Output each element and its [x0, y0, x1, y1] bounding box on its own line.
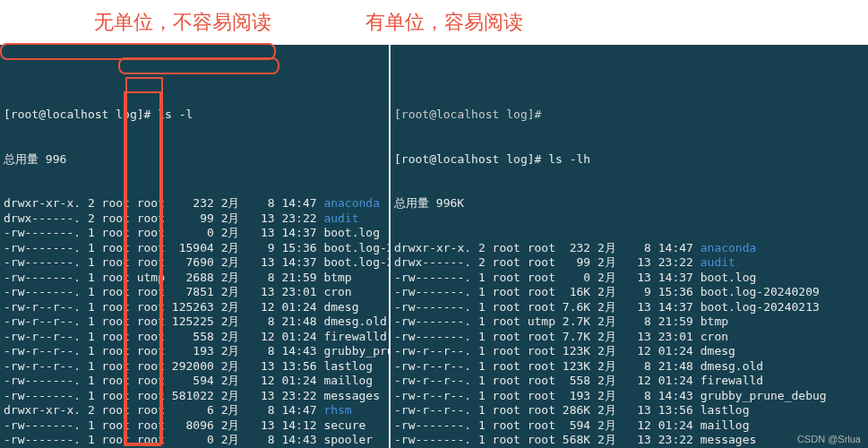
file-row: -rw-------. 1 root root 594 2月 12 01:24 … [4, 374, 389, 389]
file-row: -rw-r--r--. 1 root root 193 2月 8 14:43 g… [394, 389, 868, 404]
file-row: -rw-------. 1 root root 7690 2月 13 14:37… [4, 255, 389, 271]
file-row: -rw-------. 1 root root 594 2月 12 01:24 … [394, 418, 868, 434]
prompt-line-right: [root@localhost log]# ls -lh [394, 152, 868, 168]
file-name: firewalld [700, 374, 763, 387]
file-row: -rw-------. 1 root root 0 2月 8 14:43 spo… [4, 433, 389, 448]
file-row: -rw-------. 1 root root 0 2月 13 14:37 bo… [394, 271, 868, 286]
listing-right: drwxr-xr-x. 2 root root 232 2月 8 14:47 a… [394, 241, 868, 449]
file-row: -rw-------. 1 root root 7.6K 2月 13 14:37… [394, 300, 868, 315]
label-no-unit: 无单位，不容易阅读 [94, 9, 271, 36]
file-row: -rw-r--r--. 1 root root 286K 2月 13 13:56… [394, 403, 868, 418]
annotation-header: 无单位，不容易阅读 有单位，容易阅读 [0, 0, 868, 45]
total-line-left: 总用量 996 [4, 152, 389, 168]
file-row: -rw-r--r--. 1 root root 123K 2月 8 21:48 … [394, 359, 868, 375]
file-row: -rw-r--r--. 1 root root 558 2月 12 01:24 … [394, 374, 868, 389]
file-name: grubby_prune_debug [323, 344, 389, 358]
terminal-left[interactable]: [root@localhost log]# ls -l 总用量 996 drwx… [0, 45, 389, 448]
file-name: btmp [700, 314, 728, 328]
file-row: -rw-------. 1 root root 581022 2月 13 23:… [4, 389, 389, 404]
file-row: -rw-------. 1 root root 16K 2月 9 15:36 b… [394, 285, 868, 300]
file-name: audit [323, 211, 358, 225]
file-row: -rw-r--r--. 1 root root 125225 2月 8 21:4… [4, 314, 389, 330]
file-row: -rw-r--r--. 1 root root 558 2月 12 01:24 … [4, 330, 389, 345]
file-row: drwx------. 2 root root 99 2月 13 23:22 a… [394, 255, 868, 271]
file-name: dmesg.old [323, 314, 386, 328]
file-name: messages [323, 389, 380, 402]
file-name: secure [323, 418, 365, 432]
file-name: boot.log-20240213 [323, 255, 389, 269]
prompt-line-left: [root@localhost log]# ls -l [4, 108, 389, 123]
file-name: messages [700, 433, 757, 446]
file-name: boot.log-20240209 [323, 241, 389, 254]
file-name: boot.log-20240209 [700, 285, 820, 298]
listing-left: drwxr-xr-x. 2 root root 232 2月 8 14:47 a… [4, 196, 389, 448]
file-name: cron [323, 285, 351, 298]
file-name: dmesg [700, 344, 735, 358]
file-name: maillog [700, 418, 750, 432]
file-name: dmesg.old [700, 359, 763, 373]
file-row: -rw-------. 1 root utmp 2.7K 2月 8 21:59 … [394, 314, 868, 330]
truncated-header: [root@localhost log]# [394, 108, 868, 123]
file-name: anaconda [323, 196, 380, 210]
file-name: dmesg [323, 300, 358, 314]
file-name: audit [700, 255, 735, 269]
file-row: drwxr-xr-x. 2 root root 6 2月 8 14:47 rhs… [4, 403, 389, 418]
terminal-panels: [root@localhost log]# ls -l 总用量 996 drwx… [0, 45, 868, 448]
file-name: firewalld [323, 330, 386, 343]
file-name: boot.log [323, 226, 380, 239]
total-line-right: 总用量 996K [394, 196, 868, 211]
watermark: CSDN @Srlua [797, 434, 861, 444]
file-row: drwx------. 2 root root 99 2月 13 23:22 a… [4, 211, 389, 227]
prompt-text: [root@localhost log]# [394, 152, 548, 166]
file-row: -rw-------. 1 root root 7.7K 2月 13 23:01… [394, 330, 868, 345]
file-row: -rw-------. 1 root root 15904 2月 9 15:36… [4, 241, 389, 256]
file-row: -rw-------. 1 root root 8096 2月 13 14:12… [4, 418, 389, 434]
file-row: -rw-------. 1 root utmp 2688 2月 8 21:59 … [4, 271, 389, 286]
command-text: ls -lh [548, 152, 590, 166]
file-row: -rw-------. 1 root root 7851 2月 13 23:01… [4, 285, 389, 300]
file-row: -rw-r--r--. 1 root root 193 2月 8 14:43 g… [4, 344, 389, 359]
terminal-right[interactable]: [root@localhost log]# [root@localhost lo… [391, 45, 868, 448]
file-name: anaconda [700, 241, 757, 254]
file-row: drwxr-xr-x. 2 root root 232 2月 8 14:47 a… [394, 241, 868, 256]
file-name: rhsm [323, 403, 351, 417]
file-name: spooler [323, 433, 373, 446]
file-row: drwxr-xr-x. 2 root root 232 2月 8 14:47 a… [4, 196, 389, 211]
file-name: lastlog [323, 359, 373, 373]
file-row: -rw-------. 1 root root 0 2月 13 14:37 bo… [4, 226, 389, 241]
file-name: cron [700, 330, 728, 343]
file-row: -rw-r--r--. 1 root root 292000 2月 13 13:… [4, 359, 389, 375]
file-row: -rw-r--r--. 1 root root 125263 2月 12 01:… [4, 300, 389, 315]
file-name: grubby_prune_debug [700, 389, 827, 402]
command-text: ls -l [158, 108, 193, 121]
label-with-unit: 有单位，容易阅读 [365, 9, 523, 36]
file-name: maillog [323, 374, 373, 387]
file-row: -rw-r--r--. 1 root root 123K 2月 12 01:24… [394, 344, 868, 359]
file-name: boot.log [700, 271, 757, 284]
file-name: lastlog [700, 403, 750, 417]
file-name: boot.log-20240213 [700, 300, 820, 314]
file-name: btmp [323, 271, 351, 284]
